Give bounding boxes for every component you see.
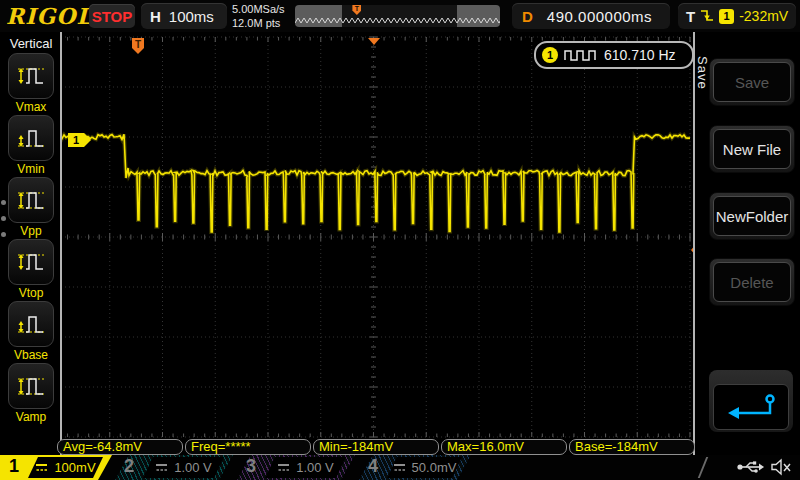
vpp-label: Vpp	[20, 224, 41, 238]
channel3-scale-box: 1.00 V	[265, 457, 346, 478]
channel1-number: 1	[9, 456, 19, 477]
counter-channel-badge: 1	[542, 47, 558, 63]
channel2-scale: 1.00 V	[174, 460, 212, 475]
channel1-scale: 100mV	[54, 460, 95, 475]
status-divider	[698, 457, 708, 478]
vtop-button[interactable]	[8, 239, 54, 285]
save-button-label: Save	[713, 62, 791, 102]
measure-item-vtop[interactable]: Vtop	[0, 239, 62, 301]
channel4-scale-box: 50.0mV	[387, 457, 462, 478]
save-menu: Save Save New File NewFolder Delete	[693, 32, 800, 455]
vamp-icon	[15, 373, 47, 399]
measurement-max: Max=16.0mV	[441, 439, 567, 455]
memory-position-strip: T	[295, 5, 500, 27]
channel1-scale-box: 100mV	[28, 457, 103, 478]
trigger-info-box: T 1 -232mV	[678, 3, 796, 29]
channel3-badge[interactable]: 3 1.00 V	[237, 455, 355, 480]
trigger-position-marker[interactable]: T	[132, 38, 144, 54]
new-folder-button[interactable]: NewFolder	[709, 192, 795, 240]
new-folder-button-label: NewFolder	[713, 196, 791, 236]
measurement-min: Min=-184mV	[313, 439, 439, 455]
measure-item-vamp[interactable]: Vamp	[0, 363, 62, 425]
measurement-avg: Avg=-64.8mV	[57, 439, 183, 455]
vpp-button[interactable]	[8, 177, 54, 223]
falling-edge-icon	[700, 8, 714, 24]
vmax-icon	[15, 63, 47, 89]
vtop-icon	[15, 249, 47, 275]
measurement-bar: Avg=-64.8mV Freq=***** Min=-184mV Max=16…	[57, 439, 695, 455]
coupling-icon	[393, 463, 406, 473]
trigger-level-value: -232mV	[739, 8, 788, 24]
horizontal-reference-icon	[368, 38, 380, 45]
vmax-label: Vmax	[16, 100, 47, 114]
channel4-scale: 50.0mV	[412, 460, 457, 475]
channel2-number: 2	[124, 456, 134, 477]
oscilloscope-screen: { "top_bar": { "logo_text": "RIGOL", "ru…	[0, 0, 800, 480]
usb-icon	[736, 458, 764, 476]
save-button[interactable]: Save	[709, 58, 795, 106]
top-status-bar: RIGOL STOP H 100ms 5.00MSa/s 12.0M pts T…	[0, 0, 800, 32]
vbase-label: Vbase	[14, 348, 48, 362]
svg-text:T: T	[135, 39, 141, 50]
measure-item-vmin[interactable]: Vmin	[0, 115, 62, 177]
horizontal-timebase-box: H 100ms	[141, 3, 227, 29]
speaker-muted-icon	[770, 458, 792, 476]
measurement-freq: Freq=*****	[185, 439, 311, 455]
coupling-icon	[277, 463, 290, 473]
ch1-waveform-trace	[60, 134, 690, 232]
measure-item-vmax[interactable]: Vmax	[0, 53, 62, 115]
vmin-button[interactable]	[8, 115, 54, 161]
measure-menu: Vertical Vmax Vmin	[0, 32, 62, 455]
horizontal-label: H	[150, 8, 161, 25]
menu-page-dots	[1, 200, 6, 237]
timebase-value: 100ms	[169, 8, 214, 25]
coupling-icon	[35, 463, 48, 473]
channel4-number: 4	[368, 456, 378, 477]
save-menu-tab: Save	[695, 56, 710, 90]
preview-wave-icon	[295, 5, 500, 27]
counter-value: 610.710 Hz	[604, 47, 676, 63]
new-file-button-label: New File	[713, 129, 791, 169]
vmin-label: Vmin	[17, 162, 44, 176]
graticule	[57, 37, 690, 437]
measure-menu-title: Vertical	[10, 36, 53, 51]
measure-item-vpp[interactable]: Vpp	[0, 177, 62, 239]
trigger-label: T	[686, 8, 695, 25]
channel4-badge[interactable]: 4 50.0mV	[359, 455, 471, 480]
delay-box: D 490.000000ms	[512, 3, 670, 29]
delay-value: 490.000000ms	[547, 8, 652, 25]
menu-back-button[interactable]	[709, 370, 793, 432]
square-wave-icon	[564, 48, 598, 62]
channel2-scale-box: 1.00 V	[143, 457, 224, 478]
delay-label: D	[522, 8, 533, 25]
delete-button-label: Delete	[713, 262, 791, 302]
measurement-base: Base=-184mV	[569, 439, 695, 455]
vamp-label: Vamp	[16, 410, 46, 424]
vpp-icon	[15, 187, 47, 213]
trigger-source-badge: 1	[719, 9, 734, 24]
measure-item-vbase[interactable]: Vbase	[0, 301, 62, 363]
new-file-button[interactable]: New File	[709, 125, 795, 173]
acquisition-info: 5.00MSa/s 12.0M pts	[232, 2, 285, 30]
run-state-badge: STOP	[89, 4, 135, 28]
vtop-label: Vtop	[19, 286, 44, 300]
vbase-icon	[15, 311, 47, 337]
delete-button[interactable]: Delete	[709, 258, 795, 306]
coupling-icon	[155, 463, 168, 473]
channel3-number: 3	[246, 456, 256, 477]
vbase-button[interactable]	[8, 301, 54, 347]
frequency-counter: 1 610.710 Hz	[534, 41, 694, 69]
vamp-button[interactable]	[8, 363, 54, 409]
memory-depth: 12.0M pts	[232, 16, 285, 30]
return-arrow-icon	[722, 392, 780, 422]
vmax-button[interactable]	[8, 53, 54, 99]
channel3-scale: 1.00 V	[296, 460, 334, 475]
channel2-badge[interactable]: 2 1.00 V	[115, 455, 233, 480]
vmin-icon	[15, 125, 47, 151]
channel-status-bar: 1 100mV 2 1.00 V 3 1.00 V	[0, 455, 800, 480]
sample-rate: 5.00MSa/s	[232, 2, 285, 16]
svg-text:1: 1	[73, 134, 79, 146]
waveform-display: T 1 T	[0, 0, 800, 480]
rigol-logo: RIGOL	[6, 3, 93, 29]
channel1-badge[interactable]: 1 100mV	[0, 455, 112, 480]
